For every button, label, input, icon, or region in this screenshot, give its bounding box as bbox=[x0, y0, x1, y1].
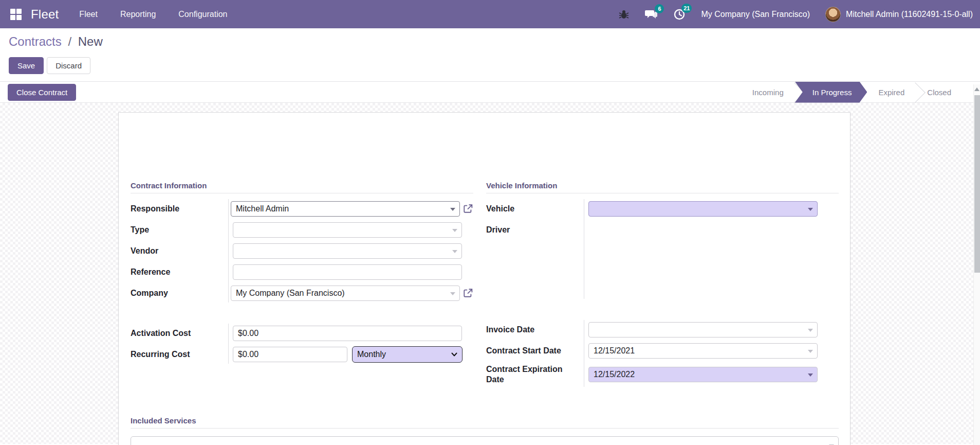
invoice-date-input[interactable] bbox=[588, 322, 818, 337]
scrollbar-up-arrow-icon[interactable] bbox=[974, 87, 979, 91]
field-row-vehicle: Vehicle bbox=[486, 198, 839, 219]
status-step-in-progress[interactable]: In Progress bbox=[795, 82, 867, 103]
field-label-responsible: Responsible bbox=[131, 204, 226, 214]
field-label-reference: Reference bbox=[131, 267, 228, 277]
save-button[interactable]: Save bbox=[9, 57, 44, 74]
included-services-section: Included Services bbox=[131, 416, 839, 445]
field-row-recurring-cost: Recurring Cost Monthly bbox=[131, 344, 473, 365]
type-input[interactable] bbox=[233, 222, 462, 238]
section-title-vehicle-information: Vehicle Information bbox=[486, 181, 839, 193]
form-view-background: Contract Information Responsible bbox=[0, 103, 980, 444]
user-avatar bbox=[825, 7, 841, 22]
field-row-vendor: Vendor bbox=[131, 240, 473, 261]
field-label-vehicle: Vehicle bbox=[486, 204, 584, 214]
field-row-contract-start-date: Contract Start Date bbox=[486, 340, 839, 361]
field-label-company: Company bbox=[131, 288, 226, 298]
user-name: Mitchell Admin (11602491-15-0-all) bbox=[846, 10, 973, 19]
field-row-reference: Reference bbox=[131, 261, 473, 282]
menu-reporting[interactable]: Reporting bbox=[120, 10, 156, 19]
scrollbar-thumb[interactable] bbox=[974, 95, 980, 273]
field-row-driver: Driver bbox=[486, 219, 839, 240]
cost-frequency-select[interactable]: Monthly bbox=[352, 346, 463, 363]
breadcrumb-current: New bbox=[78, 34, 103, 48]
included-services-input[interactable] bbox=[131, 436, 839, 445]
activation-cost-input[interactable] bbox=[233, 326, 462, 341]
app-title[interactable]: Fleet bbox=[31, 7, 59, 22]
activities-count-badge: 21 bbox=[681, 4, 692, 13]
recurring-cost-input[interactable] bbox=[233, 347, 347, 362]
user-menu[interactable]: Mitchell Admin (11602491-15-0-all) bbox=[825, 7, 973, 22]
section-title-contract-information: Contract Information bbox=[131, 181, 473, 193]
status-steps: Incoming In Progress Expired Closed bbox=[741, 82, 963, 103]
breadcrumb: Contracts / New bbox=[9, 34, 972, 49]
breadcrumb-contracts-link[interactable]: Contracts bbox=[9, 34, 62, 48]
breadcrumb-separator: / bbox=[68, 34, 71, 48]
apps-grid-icon[interactable] bbox=[10, 9, 22, 20]
field-row-invoice-date: Invoice Date bbox=[486, 319, 839, 340]
discard-button[interactable]: Discard bbox=[47, 57, 90, 74]
control-panel: Contracts / New Save Discard bbox=[0, 28, 980, 81]
contract-expiration-date-input[interactable] bbox=[588, 367, 818, 382]
field-row-responsible: Responsible bbox=[131, 198, 473, 219]
vertical-scrollbar[interactable] bbox=[973, 84, 980, 445]
section-title-included-services: Included Services bbox=[131, 416, 839, 429]
field-label-contract-start-date: Contract Start Date bbox=[486, 346, 584, 356]
field-label-contract-expiration-date: Contract Expiration Date bbox=[486, 364, 584, 385]
field-label-activation-cost: Activation Cost bbox=[131, 328, 228, 339]
field-row-company: Company bbox=[131, 282, 473, 304]
company-external-link-icon[interactable] bbox=[463, 288, 473, 298]
field-label-recurring-cost: Recurring Cost bbox=[131, 349, 228, 360]
vendor-input[interactable] bbox=[233, 243, 462, 259]
vehicle-input[interactable] bbox=[588, 201, 818, 217]
menu-fleet[interactable]: Fleet bbox=[79, 10, 98, 19]
menu-configuration[interactable]: Configuration bbox=[178, 10, 227, 19]
field-row-type: Type bbox=[131, 219, 473, 240]
reference-input[interactable] bbox=[233, 264, 462, 280]
form-sheet: Contract Information Responsible bbox=[118, 112, 850, 445]
company-switcher[interactable]: My Company (San Francisco) bbox=[701, 10, 810, 19]
responsible-external-link-icon[interactable] bbox=[463, 203, 473, 214]
field-label-invoice-date: Invoice Date bbox=[486, 325, 584, 335]
field-row-activation-cost: Activation Cost bbox=[131, 323, 473, 344]
field-label-vendor: Vendor bbox=[131, 246, 228, 256]
field-row-contract-expiration-date: Contract Expiration Date bbox=[486, 361, 839, 388]
activities-clock-icon[interactable]: 21 bbox=[673, 8, 686, 21]
status-step-incoming[interactable]: Incoming bbox=[741, 82, 795, 103]
status-step-expired[interactable]: Expired bbox=[867, 82, 916, 103]
contract-start-date-input[interactable] bbox=[588, 343, 818, 359]
close-contract-button[interactable]: Close Contract bbox=[8, 84, 76, 101]
debug-bug-icon[interactable] bbox=[619, 9, 629, 20]
responsible-input[interactable] bbox=[231, 201, 460, 217]
field-label-driver: Driver bbox=[486, 225, 584, 235]
company-input[interactable] bbox=[231, 286, 460, 301]
messages-icon[interactable]: 6 bbox=[644, 9, 658, 20]
form-statusbar: Close Contract Incoming In Progress Expi… bbox=[0, 81, 980, 103]
top-navbar: Fleet Fleet Reporting Configuration 6 bbox=[0, 0, 980, 28]
field-label-type: Type bbox=[131, 225, 228, 235]
messages-count-badge: 6 bbox=[655, 4, 664, 13]
